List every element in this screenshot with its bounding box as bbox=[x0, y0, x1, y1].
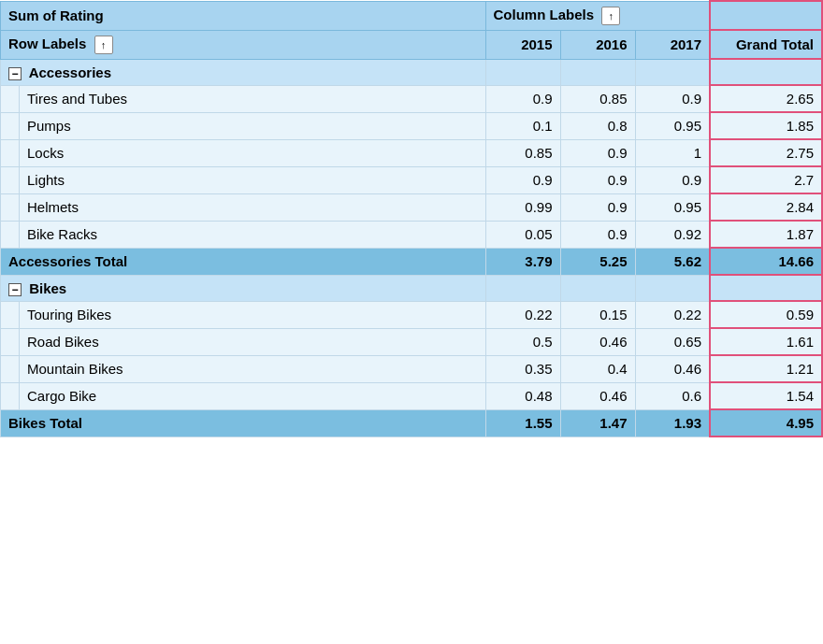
column-labels-text: Column Labels bbox=[494, 7, 595, 22]
column-labels-sort-button[interactable]: ↑ bbox=[601, 7, 620, 25]
category-grand-total-0 bbox=[710, 59, 822, 85]
total-grand-0: 14.66 bbox=[710, 248, 822, 275]
item-2015-0-0: 0.9 bbox=[485, 85, 560, 112]
item-row-1-0: Touring Bikes 0.22 0.15 0.22 0.59 bbox=[1, 301, 823, 328]
row-labels-sort-button[interactable]: ↑ bbox=[94, 36, 113, 54]
item-2017-1-3: 0.6 bbox=[635, 382, 710, 409]
item-2015-1-0: 0.22 bbox=[485, 301, 560, 328]
col-2015-header: 2015 bbox=[485, 30, 560, 59]
category-row-1: − Bikes bbox=[1, 275, 823, 301]
category-2017-1 bbox=[635, 275, 710, 301]
header-row-1: Sum of Rating Column Labels ↑ bbox=[1, 1, 823, 30]
item-label-0-0: Tires and Tubes bbox=[20, 85, 486, 112]
item-2016-0-2: 0.9 bbox=[560, 139, 635, 166]
total-label-1: Bikes Total bbox=[1, 409, 486, 436]
item-label-1-1: Road Bikes bbox=[20, 328, 486, 355]
item-grand-total-0-0: 2.65 bbox=[710, 85, 822, 112]
row-labels-text: Row Labels bbox=[8, 36, 86, 51]
item-indent-1-0 bbox=[1, 301, 20, 328]
collapse-icon-0[interactable]: − bbox=[8, 67, 22, 80]
grand-total-header-top bbox=[710, 1, 822, 30]
grand-total-header: Grand Total bbox=[710, 30, 822, 59]
item-grand-total-0-4: 2.84 bbox=[710, 193, 822, 221]
item-2016-1-2: 0.4 bbox=[560, 355, 635, 382]
category-label-1: − Bikes bbox=[1, 275, 486, 301]
item-2016-0-1: 0.8 bbox=[560, 112, 635, 139]
item-label-1-2: Mountain Bikes bbox=[20, 355, 486, 382]
total-2017-1: 1.93 bbox=[635, 409, 710, 436]
item-2015-1-2: 0.35 bbox=[485, 355, 560, 382]
item-row-0-3: Lights 0.9 0.9 0.9 2.7 bbox=[1, 166, 823, 193]
item-label-0-2: Locks bbox=[20, 139, 486, 166]
item-indent-0-3 bbox=[1, 166, 20, 193]
total-2016-1: 1.47 bbox=[560, 409, 635, 436]
category-2017-0 bbox=[635, 59, 710, 85]
item-label-0-5: Bike Racks bbox=[20, 221, 486, 248]
item-2015-0-3: 0.9 bbox=[485, 166, 560, 193]
total-2015-1: 1.55 bbox=[485, 409, 560, 436]
item-2015-0-5: 0.05 bbox=[485, 221, 560, 248]
item-row-0-4: Helmets 0.99 0.9 0.95 2.84 bbox=[1, 193, 823, 221]
item-2016-1-0: 0.15 bbox=[560, 301, 635, 328]
item-2015-1-3: 0.48 bbox=[485, 382, 560, 409]
col-2016-header: 2016 bbox=[560, 30, 635, 59]
item-row-0-2: Locks 0.85 0.9 1 2.75 bbox=[1, 139, 823, 166]
item-2017-1-0: 0.22 bbox=[635, 301, 710, 328]
item-2015-0-4: 0.99 bbox=[485, 193, 560, 221]
item-2017-0-5: 0.92 bbox=[635, 221, 710, 248]
item-row-1-1: Road Bikes 0.5 0.46 0.65 1.61 bbox=[1, 328, 823, 355]
item-label-0-4: Helmets bbox=[20, 193, 486, 221]
item-label-0-3: Lights bbox=[20, 166, 486, 193]
header-row-2: Row Labels ↑ 2015 2016 2017 Grand Total bbox=[1, 30, 823, 59]
item-2015-0-1: 0.1 bbox=[485, 112, 560, 139]
col-2017-header: 2017 bbox=[635, 30, 710, 59]
category-grand-total-1 bbox=[710, 275, 822, 301]
total-grand-1: 4.95 bbox=[710, 409, 822, 436]
total-2017-0: 5.62 bbox=[635, 248, 710, 275]
item-2017-1-1: 0.65 bbox=[635, 328, 710, 355]
item-2015-1-1: 0.5 bbox=[485, 328, 560, 355]
item-label-1-3: Cargo Bike bbox=[20, 382, 486, 409]
column-labels-header: Column Labels ↑ bbox=[485, 1, 710, 30]
item-grand-total-1-1: 1.61 bbox=[710, 328, 822, 355]
row-labels-header: Row Labels ↑ bbox=[1, 30, 486, 59]
item-2016-0-5: 0.9 bbox=[560, 221, 635, 248]
item-indent-1-2 bbox=[1, 355, 20, 382]
total-row-1: Bikes Total 1.55 1.47 1.93 4.95 bbox=[1, 409, 823, 436]
item-2017-0-0: 0.9 bbox=[635, 85, 710, 112]
item-grand-total-0-1: 1.85 bbox=[710, 112, 822, 139]
item-indent-0-0 bbox=[1, 85, 20, 112]
category-2016-0 bbox=[560, 59, 635, 85]
item-indent-1-3 bbox=[1, 382, 20, 409]
item-row-1-2: Mountain Bikes 0.35 0.4 0.46 1.21 bbox=[1, 355, 823, 382]
sum-of-rating-label: Sum of Rating bbox=[8, 7, 104, 23]
category-label-0: − Accessories bbox=[1, 59, 486, 85]
total-2016-0: 5.25 bbox=[560, 248, 635, 275]
category-2015-0 bbox=[485, 59, 560, 85]
item-row-0-1: Pumps 0.1 0.8 0.95 1.85 bbox=[1, 112, 823, 139]
table-body: − Accessories Tires and Tubes 0.9 0.85 0… bbox=[1, 59, 823, 436]
item-2016-0-3: 0.9 bbox=[560, 166, 635, 193]
item-row-1-3: Cargo Bike 0.48 0.46 0.6 1.54 bbox=[1, 382, 823, 409]
item-2015-0-2: 0.85 bbox=[485, 139, 560, 166]
item-grand-total-1-3: 1.54 bbox=[710, 382, 822, 409]
item-indent-0-4 bbox=[1, 193, 20, 221]
total-row-0: Accessories Total 3.79 5.25 5.62 14.66 bbox=[1, 248, 823, 275]
category-2016-1 bbox=[560, 275, 635, 301]
item-row-0-5: Bike Racks 0.05 0.9 0.92 1.87 bbox=[1, 221, 823, 248]
item-2017-0-2: 1 bbox=[635, 139, 710, 166]
pivot-table: Sum of Rating Column Labels ↑ Row Labels… bbox=[0, 0, 823, 437]
category-2015-1 bbox=[485, 275, 560, 301]
item-grand-total-1-0: 0.59 bbox=[710, 301, 822, 328]
item-grand-total-0-5: 1.87 bbox=[710, 221, 822, 248]
collapse-icon-1[interactable]: − bbox=[8, 283, 22, 296]
item-indent-1-1 bbox=[1, 328, 20, 355]
item-2016-1-3: 0.46 bbox=[560, 382, 635, 409]
total-label-0: Accessories Total bbox=[1, 248, 486, 275]
item-2017-1-2: 0.46 bbox=[635, 355, 710, 382]
item-indent-0-5 bbox=[1, 221, 20, 248]
item-grand-total-0-2: 2.75 bbox=[710, 139, 822, 166]
item-label-1-0: Touring Bikes bbox=[20, 301, 486, 328]
item-2016-0-4: 0.9 bbox=[560, 193, 635, 221]
item-row-0-0: Tires and Tubes 0.9 0.85 0.9 2.65 bbox=[1, 85, 823, 112]
